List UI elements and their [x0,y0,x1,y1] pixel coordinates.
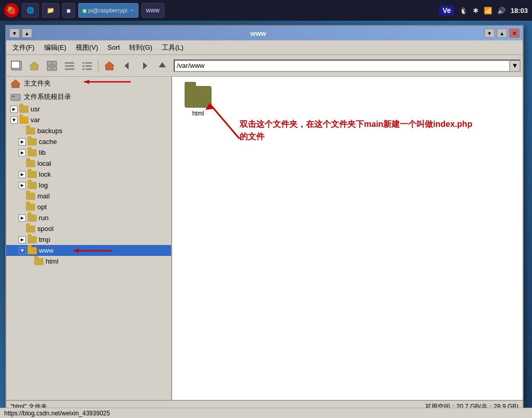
svg-rect-12 [82,65,85,67]
svg-marker-19 [159,62,166,67]
sidebar-item-local[interactable]: local [6,158,171,169]
back-btn[interactable] [119,57,135,74]
tmp-folder-icon [27,236,37,243]
terminal2-icon: ■ [83,7,87,14]
sidebar: 主文件夹 文件系统根目录 ► usr [6,77,172,400]
svg-marker-17 [124,62,129,69]
html-file-icon [185,86,212,108]
maximize-btn[interactable]: ▲ [22,28,32,38]
sidebar-item-html[interactable]: html [6,256,171,267]
svg-rect-3 [47,61,51,65]
local-label: local [37,160,51,167]
usr-label: usr [31,105,40,113]
titlebar: ▼ ▲ www ▼ ▲ ✕ [6,26,523,40]
var-toggle[interactable]: ▼ [10,117,18,124]
sidebar-item-spool[interactable]: spool [6,223,171,234]
annotation-text: 双击这个文件夹，在这个文件夹下main新建一个叫做index.php的文件 [240,118,478,143]
home-btn[interactable] [26,57,43,74]
back-icon [121,60,133,71]
log-toggle[interactable]: ► [19,182,26,189]
mail-label: mail [37,192,50,200]
show-list-btn[interactable] [61,57,78,74]
sidebar-item-opt[interactable]: opt [6,201,171,212]
svg-rect-1 [11,61,20,68]
clock: 18:03 [511,7,528,15]
terminal1-taskbar-btn[interactable]: ■ [62,3,75,18]
run-folder-icon [27,214,37,222]
www-taskbar-btn[interactable]: www [142,3,164,18]
www-toggle[interactable]: ▼ [19,247,26,254]
root-label: 文件系统根目录 [24,92,71,102]
opt-folder-icon [26,204,35,211]
file-manager-window: ▼ ▲ www ▼ ▲ ✕ 文件(F) 编辑(E) 视图(V) Sort 转到(… [5,25,524,413]
globe-icon: 🌐 [26,7,34,14]
svg-rect-22 [12,96,15,97]
browser-taskbar-btn[interactable]: 🌐 [22,3,39,18]
filemanager-taskbar-btn[interactable]: 📁 [42,3,59,18]
show-details-btn[interactable] [79,57,95,74]
bookmarks-btn[interactable] [101,57,118,74]
new-window-btn[interactable] [8,57,25,74]
menu-view[interactable]: 视图(V) [72,41,102,54]
lock-label: lock [39,170,51,178]
svg-rect-21 [11,94,20,100]
content-area: 主文件夹 文件系统根目录 ► usr [6,77,523,400]
sidebar-item-backups[interactable]: backups [6,125,171,136]
run-toggle[interactable]: ► [19,214,26,222]
minimize-btn[interactable]: ▼ [9,28,20,38]
var-folder-icon [19,117,29,124]
sidebar-item-lock[interactable]: ► lock [6,169,171,180]
menu-edit[interactable]: 编辑(E) [40,41,71,54]
file-html-folder[interactable]: html [177,82,219,121]
forward-btn[interactable] [136,57,153,74]
raspberry-pi-icon[interactable]: 🍓 [4,3,19,18]
address-dropdown-btn[interactable]: ▼ [510,60,521,72]
cache-toggle[interactable]: ► [19,138,26,146]
sidebar-item-cache[interactable]: ► cache [6,136,171,147]
lock-toggle[interactable]: ► [19,171,26,178]
svg-rect-13 [86,65,92,67]
usr-toggle[interactable]: ► [10,106,18,113]
sidebar-home[interactable]: 主文件夹 [6,77,171,90]
show-thumbnails-btn[interactable] [44,57,60,74]
menu-goto[interactable]: 转到(G) [125,41,157,54]
sidebar-item-lib[interactable]: ► lib [6,147,171,158]
menu-sort[interactable]: Sort [103,42,124,53]
sidebar-item-run[interactable]: ► run [6,212,171,223]
svg-rect-4 [52,61,57,65]
collapse-btn[interactable]: ▼ [484,28,495,38]
sidebar-item-log[interactable]: ► log [6,180,171,191]
log-folder-icon [27,182,37,189]
address-input[interactable] [174,60,510,72]
close-btn[interactable]: ✕ [509,28,520,38]
cache-folder-icon [27,138,37,146]
terminal2-taskbar-btn[interactable]: ■ pi@raspberrypi: ~ [78,3,138,18]
www-label: www [39,247,53,254]
lib-folder-icon [27,149,37,156]
sidebar-item-usr[interactable]: ► usr [6,104,171,114]
svg-rect-8 [65,65,74,67]
bookmarks-icon [104,60,115,71]
linux-icon: 🐧 [459,7,468,15]
sidebar-item-www[interactable]: ▼ www [6,245,171,256]
details-icon [81,60,93,71]
up-icon [157,60,168,71]
sidebar-item-tmp[interactable]: ► tmp [6,234,171,245]
cache-label: cache [39,138,57,146]
up-btn[interactable] [154,57,171,74]
sidebar-item-var[interactable]: ▼ var [6,114,171,125]
menu-tools[interactable]: 工具(L) [158,41,188,54]
restore-btn[interactable]: ▲ [497,28,507,38]
svg-rect-10 [82,62,85,64]
menu-file[interactable]: 文件(F) [8,41,39,54]
lock-folder-icon [27,171,37,178]
sidebar-item-mail[interactable]: mail [6,191,171,201]
window-controls: ▼ ▲ ✕ [484,28,520,38]
html-label: html [46,257,59,265]
terminal1-icon: ■ [67,7,71,14]
toolbar-sep1 [98,60,99,72]
tmp-toggle[interactable]: ► [19,236,26,243]
sidebar-root[interactable]: 文件系统根目录 [6,90,171,104]
lib-toggle[interactable]: ► [19,149,26,156]
usr-folder-icon [19,106,29,113]
